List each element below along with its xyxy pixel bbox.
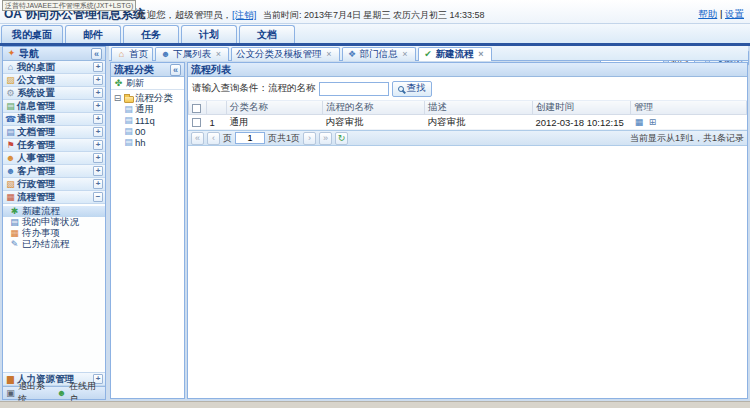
column-description[interactable]: 描述 bbox=[425, 101, 533, 115]
sidebar-item-system-settings[interactable]: ⚙ 系统设置 + bbox=[3, 87, 105, 100]
close-icon[interactable]: × bbox=[213, 50, 224, 59]
process-category-panel: 流程分类 « ✤ 刷新 ⊟ 流程分类 ▤ 通用 ▤ 111q ▤ 00 ▤ hh bbox=[110, 62, 185, 399]
customer-icon: ☻ bbox=[5, 166, 16, 177]
tree-node-general[interactable]: ▤ 通用 bbox=[112, 104, 183, 115]
finished-icon: ✎ bbox=[9, 239, 20, 250]
plus-icon[interactable]: + bbox=[93, 101, 103, 111]
page-number-input[interactable] bbox=[235, 132, 265, 144]
sidebar-item-customer-mgmt[interactable]: ☻ 客户管理 + bbox=[3, 165, 105, 178]
current-time: 当前时间: 2013年7月4日 星期三 农历六月初三 14:33:58 bbox=[263, 9, 485, 22]
sidebar-item-document-mgmt[interactable]: ▨ 公文管理 + bbox=[3, 74, 105, 87]
tree-node-00[interactable]: ▤ 00 bbox=[112, 126, 183, 137]
department-icon: ❖ bbox=[347, 49, 358, 60]
plus-icon[interactable]: + bbox=[93, 140, 103, 150]
settings-link[interactable]: 设置 bbox=[725, 8, 744, 19]
sidebar-item-label: 流程管理 bbox=[17, 191, 55, 204]
work-tab-new-process[interactable]: ✔ 新建流程 × bbox=[418, 47, 492, 61]
prev-page-icon[interactable]: ‹ bbox=[207, 132, 220, 145]
work-tab-subordinates[interactable]: ☻ 下属列表 × bbox=[155, 47, 229, 61]
plus-icon[interactable]: + bbox=[93, 153, 103, 163]
welcome-prefix: 欢迎您，超级管理员， bbox=[137, 9, 232, 20]
process-name-input[interactable] bbox=[319, 82, 389, 96]
table-row[interactable]: 1 通用 内容审批 内容审批 2012-03-18 10:12:15 ▦ ⊞ bbox=[189, 115, 747, 130]
logout-link[interactable]: [注销] bbox=[232, 9, 256, 20]
list-search-button[interactable]: 查找 bbox=[392, 81, 432, 97]
sidebar-item-my-desktop[interactable]: ⌂ 我的桌面 + bbox=[3, 61, 105, 74]
tab-tasks[interactable]: 任务 bbox=[123, 25, 179, 43]
column-category[interactable]: 分类名称 bbox=[227, 101, 323, 115]
sidebar-item-task-mgmt[interactable]: ⚑ 任务管理 + bbox=[3, 139, 105, 152]
column-created-time[interactable]: 创建时间 bbox=[533, 101, 631, 115]
search-icon bbox=[398, 86, 404, 92]
sidebar-item-file-mgmt[interactable]: ▤ 文档管理 + bbox=[3, 126, 105, 139]
work-tab-department-info[interactable]: ❖ 部门信息 × bbox=[342, 47, 416, 61]
close-icon[interactable]: × bbox=[400, 50, 411, 59]
tree-node-label: hh bbox=[135, 137, 146, 148]
row-checkbox[interactable] bbox=[192, 118, 201, 127]
tab-my-desktop[interactable]: 我的桌面 bbox=[1, 25, 63, 43]
tab-mail[interactable]: 邮件 bbox=[65, 25, 121, 43]
submenu-item-finished-process[interactable]: ✎ 已办结流程 bbox=[3, 239, 105, 250]
sidebar-item-process-mgmt[interactable]: ▦ 流程管理 − bbox=[3, 191, 105, 204]
pagination-bar: « ‹ 页 页共1页 › » ↻ 当前显示从1到1，共1条记录 bbox=[188, 130, 747, 146]
browser-title-tooltip: 泛普特JAVAEE工作管理系统(JXT+LSTG) bbox=[2, 0, 136, 11]
phone-icon: ☎ bbox=[5, 114, 16, 125]
sidebar-item-info-mgmt[interactable]: ▤ 信息管理 + bbox=[3, 100, 105, 113]
sidebar-item-label: 我的桌面 bbox=[17, 61, 55, 74]
list-panel-header: 流程列表 bbox=[188, 63, 747, 77]
tree-node-label: 111q bbox=[135, 115, 155, 126]
collapse-icon[interactable]: « bbox=[170, 64, 181, 76]
exit-icon: ▣ bbox=[5, 388, 16, 399]
plus-icon[interactable]: + bbox=[93, 62, 103, 72]
document-icon: ▤ bbox=[5, 127, 16, 138]
link-divider: | bbox=[720, 8, 722, 19]
column-manage[interactable]: 管理 bbox=[631, 101, 747, 115]
tree-node-111q[interactable]: ▤ 111q bbox=[112, 115, 183, 126]
minus-icon[interactable]: − bbox=[93, 192, 103, 202]
row-number: 1 bbox=[207, 115, 227, 130]
select-all-checkbox[interactable] bbox=[192, 104, 201, 113]
sidebar-item-comm-mgmt[interactable]: ☎ 通讯管理 + bbox=[3, 113, 105, 126]
cell-manage: ▦ ⊞ bbox=[631, 115, 747, 130]
grid-icon[interactable]: ▦ bbox=[634, 117, 645, 128]
tab-plan[interactable]: 计划 bbox=[181, 25, 237, 43]
next-page-icon[interactable]: › bbox=[303, 132, 316, 145]
new-process-tab-icon: ✔ bbox=[423, 49, 434, 60]
apply-status-icon: ▤ bbox=[9, 217, 20, 228]
plus-icon[interactable]: + bbox=[93, 166, 103, 176]
cell-created-time: 2012-03-18 10:12:15 bbox=[533, 115, 631, 130]
sidebar-item-hr-mgmt[interactable]: ☻ 人事管理 + bbox=[3, 152, 105, 165]
last-page-icon[interactable]: » bbox=[319, 132, 332, 145]
list-search-row: 请输入查询条件：流程的名称 查找 bbox=[188, 77, 747, 101]
task-icon: ⚑ bbox=[5, 140, 16, 151]
refresh-tree-label[interactable]: 刷新 bbox=[126, 77, 144, 90]
sidebar-item-admin-mgmt[interactable]: ▧ 行政管理 + bbox=[3, 178, 105, 191]
cell-category: 通用 bbox=[227, 115, 323, 130]
plus-icon[interactable]: + bbox=[93, 114, 103, 124]
tab-documents[interactable]: 文档 bbox=[239, 25, 295, 43]
close-icon[interactable]: × bbox=[476, 50, 487, 59]
close-icon[interactable]: × bbox=[324, 50, 335, 59]
people-icon: ☻ bbox=[5, 153, 16, 164]
flow-design-icon[interactable]: ⊞ bbox=[647, 117, 658, 128]
subordinate-icon: ☻ bbox=[160, 49, 171, 60]
plus-icon[interactable]: + bbox=[93, 88, 103, 98]
plus-icon[interactable]: + bbox=[93, 127, 103, 137]
collapse-icon[interactable]: « bbox=[91, 48, 102, 60]
plus-icon[interactable]: + bbox=[93, 75, 103, 85]
refresh-tree-icon[interactable]: ✤ bbox=[113, 78, 124, 89]
navigation-sidebar: ✦ 导航 « ⌂ 我的桌面 + ▨ 公文管理 + ⚙ 系统设置 + ▤ 信息管理… bbox=[2, 46, 106, 400]
tree-node-hh[interactable]: ▤ hh bbox=[112, 137, 183, 148]
tree-node-icon: ▤ bbox=[123, 115, 134, 126]
plus-icon[interactable]: + bbox=[93, 179, 103, 189]
process-mgmt-submenu: ✱ 新建流程 ▤ 我的申请状况 ▦ 待办事项 ✎ 已办结流程 bbox=[3, 204, 105, 373]
refresh-icon[interactable]: ↻ bbox=[335, 132, 348, 145]
help-link[interactable]: 帮助 bbox=[698, 8, 717, 19]
tree-collapse-icon[interactable]: ⊟ bbox=[112, 93, 123, 104]
online-users-icon: ☻ bbox=[56, 388, 67, 399]
category-toolbar: ✤ 刷新 bbox=[111, 77, 184, 90]
work-tab-doc-templates[interactable]: 公文分类及模板管理 × bbox=[231, 47, 340, 61]
column-process-name[interactable]: 流程的名称 bbox=[323, 101, 425, 115]
work-tab-home[interactable]: ⌂ 首页 bbox=[111, 47, 153, 61]
first-page-icon[interactable]: « bbox=[191, 132, 204, 145]
